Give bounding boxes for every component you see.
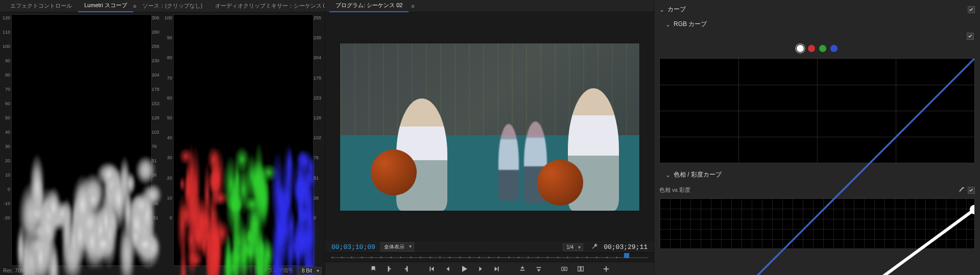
- mark-in-button[interactable]: [385, 264, 394, 273]
- scope-tick: 204: [152, 72, 161, 78]
- curves-enable-checkbox[interactable]: [968, 6, 975, 13]
- go-to-out-button[interactable]: [492, 264, 501, 273]
- scope-tick: 26: [152, 172, 161, 178]
- svg-rect-2: [578, 266, 580, 271]
- scope-tick: 230: [152, 58, 161, 63]
- scope-tick: 120: [2, 15, 10, 20]
- scope-tick: 10: [2, 172, 10, 178]
- scope-tick: 90: [2, 58, 10, 63]
- curve-channel-blue[interactable]: [830, 45, 838, 52]
- scope-tick: 90: [164, 35, 172, 40]
- scope-tick: 60: [164, 95, 172, 101]
- curve-channel-white[interactable]: [797, 45, 804, 52]
- section-rgb-curves[interactable]: ⌄ RGB カーブ: [659, 18, 975, 31]
- scope-tick: 76: [152, 144, 161, 149]
- scope-tick: 0: [314, 215, 323, 220]
- scope-tick: 128: [314, 115, 323, 120]
- scope-tick: 70: [164, 76, 172, 81]
- scope-tick: 255: [314, 15, 323, 20]
- scope-tick: 153: [152, 101, 161, 106]
- scope-tick: 80: [2, 72, 10, 78]
- add-marker-button[interactable]: [369, 264, 378, 273]
- step-forward-button[interactable]: [476, 264, 485, 273]
- resolution-dropdown[interactable]: 1/4: [563, 243, 583, 251]
- scope-tick: 20: [164, 176, 172, 181]
- scope-tick: 80: [164, 55, 172, 60]
- tab-source[interactable]: ソース：(クリップなし): [136, 0, 208, 12]
- scope-tick: 30: [2, 144, 10, 149]
- scope-tick: 60: [2, 101, 10, 106]
- step-back-button[interactable]: [443, 264, 452, 273]
- scope-tick: 110: [2, 30, 10, 35]
- scope-tick: 51: [152, 158, 161, 163]
- program-ruler[interactable]: [325, 253, 654, 262]
- scope-tick: 255: [152, 44, 161, 49]
- section-curves[interactable]: ⌄ カーブ: [659, 3, 975, 16]
- luma-waveform-scope: 1203061102801002559023080204701786015350…: [1, 14, 162, 266]
- rgb-curve-editor[interactable]: [659, 58, 975, 163]
- lift-button[interactable]: [518, 264, 527, 273]
- svg-rect-3: [581, 266, 583, 271]
- scope-tick: 40: [2, 130, 10, 135]
- svg-rect-0: [561, 267, 567, 270]
- tab-audio-mixer[interactable]: オーディオクリップミキサー：シーケンス 02: [209, 0, 336, 12]
- scope-tick: 20: [2, 158, 10, 163]
- zoom-fit-dropdown[interactable]: 全体表示: [380, 242, 414, 252]
- section-rgb-curves-label: RGB カーブ: [674, 20, 707, 29]
- scope-tick: 100: [2, 44, 10, 49]
- scope-tick: 30: [164, 155, 172, 160]
- scope-tick: 50: [2, 115, 10, 120]
- scope-tick: 100: [164, 15, 172, 20]
- scope-tick: 70: [2, 87, 10, 92]
- scope-tick: 51: [314, 176, 323, 181]
- scope-tick: -26: [152, 201, 161, 206]
- tab-effect-controls[interactable]: エフェクトコントロール: [4, 0, 78, 12]
- go-to-in-button[interactable]: [427, 264, 436, 273]
- scope-tick: -20: [2, 215, 10, 220]
- program-video-frame: [340, 43, 640, 211]
- export-frame-button[interactable]: [560, 264, 569, 273]
- section-curves-label: カーブ: [667, 5, 686, 14]
- scope-tick: 50: [164, 115, 172, 120]
- scope-tick: 102: [314, 135, 323, 140]
- chevron-down-icon: ⌄: [665, 21, 671, 28]
- curve-channel-green[interactable]: [819, 45, 826, 52]
- curve-channel-red[interactable]: [808, 45, 815, 52]
- scope-tick: 128: [152, 115, 161, 120]
- scope-tick: 0: [164, 215, 172, 220]
- scope-tick: 306: [152, 15, 161, 20]
- extract-button[interactable]: [534, 264, 543, 273]
- scope-tick: 230: [314, 35, 323, 40]
- scope-tick: 0: [152, 187, 161, 192]
- scope-tick: 40: [164, 135, 172, 140]
- panel-menu-icon[interactable]: ≡: [409, 3, 417, 9]
- rgb-curves-enable-checkbox[interactable]: [967, 33, 974, 40]
- svg-point-1: [563, 268, 565, 270]
- chevron-down-icon: ⌄: [659, 6, 664, 13]
- scope-tick: 178: [314, 76, 323, 81]
- tab-lumetri-scopes[interactable]: Lumetri スコープ: [78, 0, 133, 12]
- scope-tick: 102: [152, 130, 161, 135]
- scope-tick: -51: [152, 215, 161, 220]
- bit-depth-dropdown[interactable]: 8 Bit: [298, 267, 322, 274]
- timecode-current[interactable]: 00;03;10;09: [331, 243, 375, 251]
- button-editor-icon[interactable]: [602, 264, 611, 273]
- scope-tick: 280: [152, 30, 161, 35]
- playhead-marker[interactable]: [624, 253, 629, 258]
- tab-program[interactable]: プログラム: シーケンス 02: [329, 0, 409, 12]
- scope-tick: 204: [314, 55, 323, 60]
- scope-tick: 76: [314, 155, 323, 160]
- mark-out-button[interactable]: [401, 264, 411, 273]
- scope-tick: 26: [314, 195, 323, 201]
- scope-tick: 178: [152, 87, 161, 92]
- scope-tick: 10: [164, 195, 172, 201]
- play-button[interactable]: [460, 264, 469, 273]
- comparison-view-button[interactable]: [576, 264, 585, 273]
- timecode-duration: 00;03;29;11: [604, 243, 648, 251]
- scope-tick: 153: [314, 95, 323, 101]
- rgb-parade-scope: 1002559023080204701786015350128401023076…: [163, 14, 324, 266]
- scope-tick: -10: [2, 201, 10, 206]
- scope-tick: 0: [2, 187, 10, 192]
- settings-wrench-icon[interactable]: [591, 243, 599, 251]
